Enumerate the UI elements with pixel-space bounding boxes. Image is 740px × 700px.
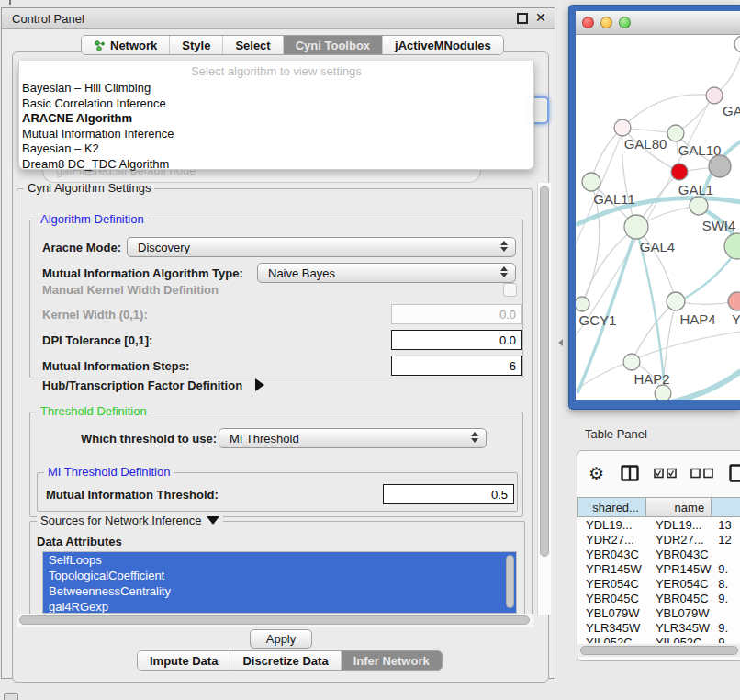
- kernel-width-label: Kernel Width (0,1):: [42, 308, 148, 322]
- network-node-gal1[interactable]: [671, 164, 688, 180]
- network-node-y[interactable]: [728, 292, 740, 310]
- dock-corner-chip[interactable]: [4, 693, 18, 700]
- network-node-label: GAL10: [678, 142, 722, 158]
- unchecked-boxes-icon[interactable]: [690, 468, 714, 479]
- float-window-icon[interactable]: [517, 13, 528, 24]
- panel-divider-handle[interactable]: [557, 337, 565, 348]
- network-node-gcy1[interactable]: [576, 297, 589, 311]
- kernel-width-input[interactable]: [391, 304, 522, 324]
- network-node-swi4[interactable]: [690, 197, 708, 215]
- hub-definition-expander[interactable]: Hub/Transcription Factor Definition: [42, 378, 242, 392]
- dpi-tolerance-input[interactable]: [391, 330, 522, 350]
- algorithm-option[interactable]: Bayesian – K2: [19, 141, 533, 157]
- network-node-gal11[interactable]: [582, 173, 600, 191]
- network-node[interactable]: [655, 385, 671, 400]
- network-node[interactable]: [724, 233, 740, 259]
- network-node-gal4[interactable]: [624, 215, 648, 239]
- column-header[interactable]: name: [646, 497, 712, 517]
- network-canvas[interactable]: GALGAL80GAL10GAL1GAL11SWI4GAL4GCY1HAP4YH…: [576, 35, 740, 400]
- tab-cyni-toolbox[interactable]: Cyni Toolbox: [284, 36, 383, 54]
- attribute-item[interactable]: TopologicalCoefficient: [43, 568, 516, 583]
- network-node-hap2[interactable]: [623, 354, 640, 370]
- network-node-gal[interactable]: [706, 87, 723, 104]
- table-cell: 9: [712, 636, 740, 643]
- table-cell: YBR045C: [646, 592, 712, 606]
- algorithm-option[interactable]: Basic Correlation Inference: [19, 96, 533, 112]
- settings-vscrollbar-thumb[interactable]: [540, 186, 549, 557]
- attribute-item[interactable]: gal4RGexp: [43, 599, 516, 614]
- algorithm-dropdown: Select algorithm to view settings Bayesi…: [18, 61, 534, 170]
- algorithm-option[interactable]: ARACNE Algorithm: [19, 111, 533, 127]
- network-node-label: GAL11: [593, 191, 635, 207]
- table-row[interactable]: YLR345WYLR345W9.: [577, 621, 740, 636]
- network-node-gal80[interactable]: [614, 119, 631, 136]
- mac-minimize-button[interactable]: [600, 17, 612, 28]
- close-icon[interactable]: ✕: [535, 10, 546, 25]
- table-row[interactable]: YDR27...YDR27...12: [577, 533, 740, 548]
- mi-type-select[interactable]: Naive Bayes: [257, 263, 516, 283]
- algorithm-option[interactable]: Bayesian – Hill Climbing: [19, 81, 533, 96]
- aracne-mode-select[interactable]: Discovery: [127, 237, 516, 257]
- table-cell: 12: [712, 533, 740, 548]
- apply-button[interactable]: Apply: [250, 629, 312, 649]
- table-cell: YIL052C: [577, 636, 646, 643]
- mac-zoom-button[interactable]: [619, 17, 631, 28]
- tab-select[interactable]: Select: [223, 36, 283, 54]
- network-node[interactable]: [734, 36, 740, 52]
- collapse-arrow-icon[interactable]: [207, 516, 219, 525]
- settings-hscrollbar-track[interactable]: [17, 614, 534, 627]
- document-icon[interactable]: [729, 464, 740, 482]
- tab-style[interactable]: Style: [170, 36, 223, 54]
- data-attributes-list[interactable]: SelfLoopsTopologicalCoefficientBetweenne…: [42, 551, 517, 614]
- split-columns-icon[interactable]: [621, 465, 639, 481]
- column-header[interactable]: shared...: [577, 497, 646, 517]
- manual-kernel-checkbox[interactable]: [503, 283, 517, 297]
- table-hscrollbar-track[interactable]: [577, 644, 740, 657]
- algorithm-dropdown-placeholder: Select algorithm to view settings: [19, 61, 533, 81]
- algorithm-option[interactable]: Mutual Information Inference: [19, 127, 533, 142]
- mac-close-button[interactable]: [582, 17, 594, 28]
- table-row[interactable]: YPR145WYPR145W9.: [577, 562, 740, 577]
- tab-discretize-data[interactable]: Discretize Data: [230, 651, 341, 670]
- list-scrollbar-thumb[interactable]: [506, 555, 514, 608]
- table-hscrollbar-thumb[interactable]: [580, 646, 738, 655]
- expander-arrow-icon[interactable]: [255, 378, 264, 391]
- aracne-mode-label: Aracne Mode:: [42, 241, 121, 254]
- table-row[interactable]: YIL052CYIL052C9: [577, 636, 740, 643]
- which-threshold-select[interactable]: MI Threshold: [219, 428, 487, 448]
- table-row[interactable]: YBR043CYBR043C: [577, 548, 740, 562]
- attribute-item[interactable]: BetweennessCentrality: [43, 583, 516, 599]
- network-view-window: GALGAL80GAL10GAL1GAL11SWI4GAL4GCY1HAP4YH…: [568, 5, 740, 410]
- settings-vscrollbar-track[interactable]: [537, 183, 551, 615]
- tab-jactivemnodules[interactable]: jActiveMNodules: [383, 36, 503, 54]
- checked-boxes-icon[interactable]: [654, 468, 678, 479]
- attribute-item[interactable]: SelfLoops: [43, 552, 516, 568]
- network-node-hap4[interactable]: [667, 292, 685, 310]
- control-panel-titlebar[interactable]: Control Panel: [2, 8, 555, 29]
- network-edge: [622, 95, 714, 128]
- table-panel-title: Table Panel: [585, 427, 647, 441]
- tab-network[interactable]: Network: [82, 36, 170, 54]
- network-node[interactable]: [709, 155, 731, 177]
- table-row[interactable]: YDL19...YDL19...13: [577, 518, 740, 533]
- algorithm-option[interactable]: Dream8 DC_TDC Algorithm: [19, 157, 533, 173]
- table-row[interactable]: YBR045CYBR045C9.: [577, 592, 740, 606]
- gear-icon[interactable]: ⚙: [589, 463, 604, 484]
- table-cell: YBL079W: [577, 606, 646, 621]
- network-node-gal10[interactable]: [667, 125, 684, 141]
- table-row[interactable]: YBL079WYBL079W: [577, 606, 740, 621]
- mi-threshold-input[interactable]: [383, 484, 514, 504]
- mi-steps-input[interactable]: [391, 356, 522, 376]
- tab-impute-data[interactable]: Impute Data: [138, 651, 230, 670]
- table-cell: YIL052C: [646, 636, 712, 643]
- network-node-label: Y: [732, 311, 740, 327]
- network-node-label: GAL4: [640, 239, 675, 254]
- table-cell: 9.: [712, 562, 740, 577]
- table-row[interactable]: YER054CYER054C8.: [577, 577, 740, 592]
- tab-label: Cyni Toolbox: [296, 39, 370, 52]
- network-window-titlebar[interactable]: [576, 11, 740, 35]
- column-header[interactable]: [712, 497, 740, 517]
- network-node-label: HAP4: [679, 311, 715, 327]
- tab-infer-network[interactable]: Infer Network: [342, 651, 442, 670]
- settings-hscrollbar-thumb[interactable]: [19, 615, 530, 625]
